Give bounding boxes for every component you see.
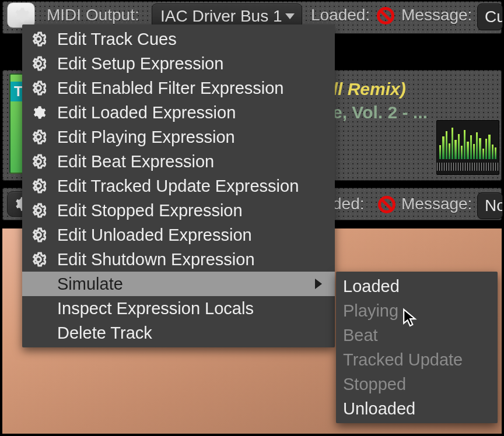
menu-item-label: Edit Playing Expression <box>57 128 322 147</box>
cursor-icon <box>402 308 418 329</box>
app-window: MIDI Output: IAC Driver Bus 1 Loaded: Me… <box>0 0 504 436</box>
submenu-arrow-icon <box>315 279 322 289</box>
submenu-item-label: Stopped <box>343 375 485 394</box>
menu-item-edit-shutdown-expression[interactable]: Edit Shutdown Expression <box>22 247 335 272</box>
gear-icon <box>29 54 48 73</box>
submenu-item-label: Tracked Update <box>343 350 485 370</box>
loaded-label-2: ded: <box>332 195 365 213</box>
gear-icon <box>29 128 48 146</box>
gear-icon <box>29 250 48 269</box>
menu-item-edit-tracked-update-expression[interactable]: Edit Tracked Update Expression <box>22 174 335 198</box>
menu-item-label: Delete Track <box>57 324 322 343</box>
submenu-item-loaded[interactable]: Loaded <box>336 274 498 298</box>
no-icon <box>29 324 48 342</box>
message-label-1: Message: <box>401 6 472 24</box>
menu-item-edit-setup-expression[interactable]: Edit Setup Expression <box>22 51 335 76</box>
loaded-label-1: Loaded: <box>311 6 370 24</box>
track-title: ell Remix) <box>323 79 406 99</box>
menu-item-simulate[interactable]: Simulate <box>22 272 335 296</box>
submenu-item-unloaded[interactable]: Unloaded <box>336 396 498 421</box>
message-value-2[interactable]: No <box>477 192 503 219</box>
gear-icon <box>29 177 48 195</box>
menu-item-label: Edit Beat Expression <box>57 152 322 171</box>
loaded-no-icon-1 <box>377 7 394 24</box>
midi-output-label: MIDI Output: <box>47 6 139 24</box>
gear-icon <box>29 226 48 244</box>
message-label-2: Message: <box>401 195 472 213</box>
gear-icon <box>29 30 48 48</box>
menu-item-edit-enabled-filter-expression[interactable]: Edit Enabled Filter Expression <box>22 76 335 100</box>
menu-item-label: Inspect Expression Locals <box>57 299 322 318</box>
menu-item-edit-unloaded-expression[interactable]: Edit Unloaded Expression <box>22 223 335 247</box>
menu-item-label: Edit Tracked Update Expression <box>57 177 322 196</box>
gear-icon <box>29 201 48 220</box>
menu-item-edit-beat-expression[interactable]: Edit Beat Expression <box>22 149 335 174</box>
menu-item-edit-playing-expression[interactable]: Edit Playing Expression <box>22 125 335 149</box>
menu-item-label: Edit Enabled Filter Expression <box>57 79 322 98</box>
message-value-1[interactable]: Cu <box>477 3 503 30</box>
menu-item-inspect-expression-locals[interactable]: Inspect Expression Locals <box>22 296 335 321</box>
menu-item-label: Edit Stopped Expression <box>57 201 322 220</box>
menu-item-delete-track[interactable]: Delete Track <box>22 321 335 345</box>
menu-item-edit-track-cues[interactable]: Edit Track Cues <box>22 27 335 51</box>
waveform-preview <box>436 120 499 175</box>
context-menu[interactable]: Edit Track Cues Edit Setup Expression Ed… <box>22 24 335 347</box>
submenu-item-label: Loaded <box>343 277 485 296</box>
track-subtitle: fe, Vol. 2 - ... <box>327 103 428 122</box>
submenu-item-label: Unloaded <box>343 399 485 419</box>
menu-item-label: Edit Unloaded Expression <box>57 226 322 245</box>
submenu-item-tracked-update: Tracked Update <box>336 347 498 372</box>
menu-item-label: Edit Loaded Expression <box>57 103 322 122</box>
no-icon <box>29 275 48 293</box>
submenu-simulate[interactable]: Loaded Playing Beat Tracked Update Stopp… <box>336 272 498 423</box>
gear-icon <box>12 6 30 24</box>
menu-item-label: Simulate <box>57 275 306 294</box>
no-icon <box>29 299 48 318</box>
gear-icon <box>29 152 48 171</box>
menu-item-edit-stopped-expression[interactable]: Edit Stopped Expression <box>22 198 335 223</box>
menu-item-label: Edit Shutdown Expression <box>57 250 322 269</box>
submenu-item-stopped: Stopped <box>336 372 498 396</box>
menu-item-edit-loaded-expression[interactable]: Edit Loaded Expression <box>22 100 335 125</box>
menu-item-label: Edit Setup Expression <box>57 54 322 73</box>
midi-output-value: IAC Driver Bus 1 <box>160 7 282 26</box>
gear-icon <box>29 79 48 97</box>
gear-icon <box>29 103 48 122</box>
loaded-no-icon-2 <box>378 196 396 213</box>
menu-item-label: Edit Track Cues <box>57 30 322 49</box>
